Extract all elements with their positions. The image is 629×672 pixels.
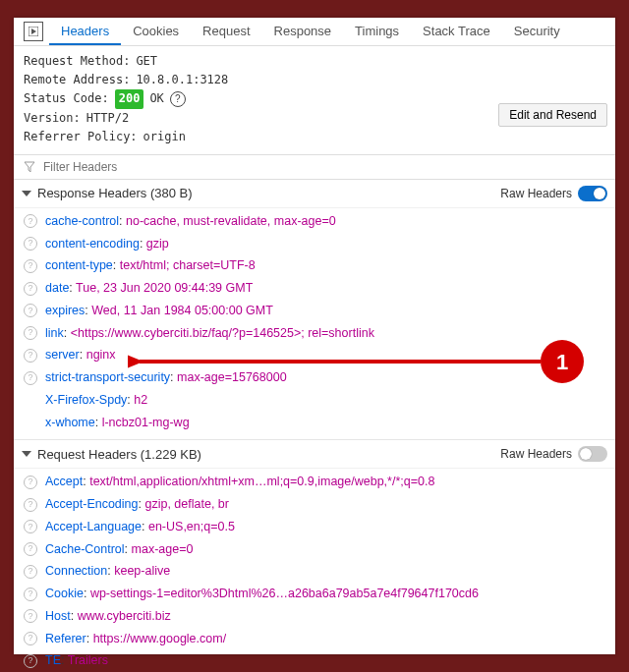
svg-marker-2 — [25, 162, 34, 172]
help-icon[interactable]: ? — [24, 259, 37, 273]
filter-icon — [24, 161, 35, 173]
header-name: date — [45, 281, 69, 295]
header-row: ?Cookie: wp-settings-1=editor%3Dhtml%26…… — [14, 583, 615, 605]
devtools-headers-panel: HeadersCookiesRequestResponseTimingsStac… — [14, 18, 615, 654]
tab-request[interactable]: Request — [191, 18, 261, 45]
help-icon[interactable]: ? — [24, 214, 37, 228]
help-icon[interactable]: ? — [24, 371, 37, 385]
header-name: Cache-Control — [45, 542, 125, 556]
header-value: text/html; charset=UTF-8 — [120, 258, 256, 272]
version-label: Version: — [24, 109, 81, 128]
header-row: ?date: Tue, 23 Jun 2020 09:44:39 GMT — [14, 277, 615, 300]
chevron-down-icon — [22, 451, 31, 457]
header-value: www.cyberciti.biz — [78, 609, 171, 623]
raw-headers-toggle-request[interactable] — [578, 446, 607, 462]
header-value: gzip, deflate, br — [144, 497, 228, 511]
header-row: ?Accept-Language: en-US,en;q=0.5 — [14, 516, 615, 538]
help-icon[interactable]: ? — [24, 326, 37, 340]
header-name: link — [45, 326, 64, 340]
header-name: X-Firefox-Spdy — [45, 393, 127, 407]
help-icon — [24, 393, 37, 407]
help-icon[interactable]: ? — [24, 565, 37, 579]
header-value: <https://www.cyberciti.biz/faq/?p=146525… — [71, 326, 374, 340]
header-value: Wed, 11 Jan 1984 05:00:00 GMT — [91, 304, 273, 317]
raw-headers-label: Raw Headers — [500, 447, 572, 461]
header-value: wp-settings-1=editor%3Dhtml%26…a26ba6a79… — [90, 587, 479, 600]
help-icon[interactable]: ? — [24, 476, 37, 489]
header-value: nginx — [86, 348, 116, 362]
remote-address-value: 10.8.0.1:3128 — [136, 71, 228, 89]
header-value: h2 — [134, 393, 147, 407]
header-name: Host — [45, 609, 71, 623]
header-name: TE — [45, 653, 61, 667]
remote-address-label: Remote Address: — [24, 71, 130, 89]
request-method-value: GET — [136, 52, 157, 71]
help-icon[interactable]: ? — [24, 237, 37, 251]
help-icon — [24, 416, 37, 429]
header-name: Cookie — [45, 587, 84, 600]
header-value: https://www.google.com/ — [93, 632, 226, 645]
header-name: cache-control — [45, 214, 119, 228]
tab-cookies[interactable]: Cookies — [121, 18, 191, 45]
header-row: x-whome: l-ncbz01-mg-wg — [14, 412, 615, 434]
header-value: no-cache, must-revalidate, max-age=0 — [126, 214, 336, 228]
help-icon[interactable]: ? — [24, 349, 37, 363]
help-icon[interactable]: ? — [24, 654, 37, 668]
header-name: server — [45, 348, 80, 362]
tab-stack-trace[interactable]: Stack Trace — [411, 18, 502, 45]
chevron-down-icon — [22, 191, 31, 196]
header-row: ?Accept: text/html,application/xhtml+xm…… — [14, 471, 615, 493]
header-row: ?Host: www.cyberciti.biz — [14, 605, 615, 628]
header-name: content-encoding — [45, 237, 140, 251]
tabbar: HeadersCookiesRequestResponseTimingsStac… — [14, 18, 615, 46]
header-value: l-ncbz01-mg-wg — [102, 416, 190, 429]
response-headers-section[interactable]: Response Headers (380 B) Raw Headers — [14, 180, 615, 208]
header-value: max-age=0 — [132, 542, 194, 556]
header-name: Accept-Language — [45, 520, 142, 533]
header-row: ?content-encoding: gzip — [14, 233, 615, 255]
header-row: ?Cache-Control: max-age=0 — [14, 538, 615, 561]
header-name: Accept — [45, 475, 83, 488]
header-value: gzip — [146, 237, 169, 251]
tab-response[interactable]: Response — [262, 18, 344, 45]
header-name: expires — [45, 304, 85, 317]
status-code-label: Status Code: — [24, 89, 109, 108]
svg-marker-1 — [31, 28, 36, 34]
tab-security[interactable]: Security — [502, 18, 572, 45]
help-icon[interactable]: ? — [24, 498, 37, 512]
header-value: text/html,application/xhtml+xm…ml;q=0.9,… — [89, 475, 434, 488]
status-code-badge: 200 — [115, 89, 144, 108]
header-value: Tue, 23 Jun 2020 09:44:39 GMT — [76, 281, 253, 295]
filter-input[interactable] — [41, 159, 605, 175]
response-headers-title: Response Headers (380 B) — [37, 186, 500, 200]
request-method-label: Request Method: — [24, 52, 130, 71]
help-icon[interactable]: ? — [24, 304, 37, 317]
help-icon[interactable]: ? — [24, 282, 37, 296]
tab-headers[interactable]: Headers — [49, 18, 121, 45]
edit-resend-button[interactable]: Edit and Resend — [498, 103, 607, 127]
header-name: x-whome — [45, 416, 95, 429]
header-row: X-Firefox-Spdy: h2 — [14, 389, 615, 412]
header-row: ?expires: Wed, 11 Jan 1984 05:00:00 GMT — [14, 300, 615, 322]
filter-row — [14, 154, 615, 180]
response-headers-list: ?cache-control: no-cache, must-revalidat… — [14, 208, 615, 440]
status-text: OK — [149, 89, 163, 108]
help-icon[interactable]: ? — [170, 91, 186, 107]
help-icon[interactable]: ? — [24, 632, 37, 645]
help-icon[interactable]: ? — [24, 520, 37, 533]
header-row: ?Accept-Encoding: gzip, deflate, br — [14, 493, 615, 516]
request-headers-section[interactable]: Request Headers (1.229 KB) Raw Headers — [14, 440, 615, 469]
help-icon[interactable]: ? — [24, 588, 37, 601]
tab-timings[interactable]: Timings — [343, 18, 411, 45]
header-name: Connection — [45, 564, 107, 578]
header-value: en-US,en;q=0.5 — [148, 520, 235, 533]
header-name: content-type — [45, 258, 113, 272]
header-row: ?strict-transport-security: max-age=1576… — [14, 366, 615, 389]
toggle-sidebar-icon[interactable] — [24, 22, 43, 41]
help-icon[interactable]: ? — [24, 609, 37, 623]
header-row: ?server: nginx — [14, 344, 615, 366]
header-row: ?Referer: https://www.google.com/ — [14, 628, 615, 650]
header-name: Referer — [45, 632, 86, 645]
raw-headers-toggle-response[interactable] — [578, 186, 607, 201]
help-icon[interactable]: ? — [24, 542, 37, 556]
